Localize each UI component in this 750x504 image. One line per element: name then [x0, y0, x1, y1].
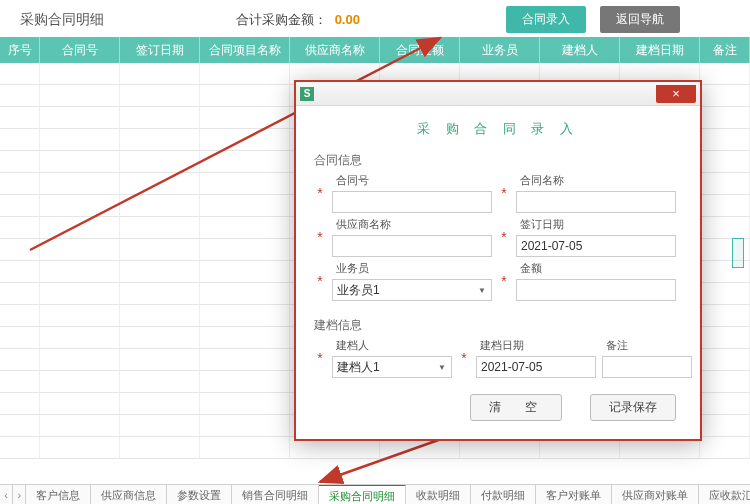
table-cell[interactable]: [120, 107, 200, 129]
table-cell[interactable]: [40, 85, 120, 107]
table-cell[interactable]: [0, 415, 40, 437]
sheet-tab[interactable]: 供应商对账单: [612, 485, 699, 504]
table-cell[interactable]: [40, 327, 120, 349]
table-cell[interactable]: [200, 63, 290, 85]
table-cell[interactable]: [0, 173, 40, 195]
table-cell[interactable]: [40, 349, 120, 371]
sheet-tab[interactable]: 采购合同明细: [319, 485, 406, 504]
table-cell[interactable]: [0, 349, 40, 371]
table-cell[interactable]: [700, 217, 750, 239]
table-cell[interactable]: [0, 63, 40, 85]
table-cell[interactable]: [120, 261, 200, 283]
table-cell[interactable]: [200, 195, 290, 217]
table-cell[interactable]: [120, 437, 200, 459]
sheet-tab[interactable]: 参数设置: [167, 485, 232, 504]
input-contract-no[interactable]: [332, 191, 492, 213]
table-cell[interactable]: [40, 415, 120, 437]
table-cell[interactable]: [0, 129, 40, 151]
table-cell[interactable]: [700, 107, 750, 129]
table-cell[interactable]: [120, 63, 200, 85]
table-cell[interactable]: [200, 415, 290, 437]
table-cell[interactable]: [40, 63, 120, 85]
table-cell[interactable]: [0, 107, 40, 129]
table-cell[interactable]: [0, 151, 40, 173]
table-cell[interactable]: [40, 371, 120, 393]
table-cell[interactable]: [200, 217, 290, 239]
table-cell[interactable]: [700, 327, 750, 349]
select-filer[interactable]: [332, 356, 452, 378]
table-cell[interactable]: [0, 393, 40, 415]
table-cell[interactable]: [40, 195, 120, 217]
table-cell[interactable]: [700, 437, 750, 459]
table-cell[interactable]: [200, 327, 290, 349]
table-cell[interactable]: [120, 195, 200, 217]
table-cell[interactable]: [40, 129, 120, 151]
table-cell[interactable]: [0, 437, 40, 459]
table-cell[interactable]: [40, 305, 120, 327]
table-cell[interactable]: [700, 151, 750, 173]
contract-entry-button[interactable]: 合同录入: [506, 6, 586, 33]
table-cell[interactable]: [700, 173, 750, 195]
table-cell[interactable]: [700, 129, 750, 151]
dialog-titlebar[interactable]: S ×: [296, 82, 700, 106]
table-cell[interactable]: [120, 393, 200, 415]
table-cell[interactable]: [40, 261, 120, 283]
table-cell[interactable]: [700, 393, 750, 415]
table-cell[interactable]: [0, 283, 40, 305]
input-sign-date[interactable]: [516, 235, 676, 257]
sheet-tab[interactable]: 收款明细: [406, 485, 471, 504]
table-cell[interactable]: [0, 327, 40, 349]
table-cell[interactable]: [0, 195, 40, 217]
table-cell[interactable]: [700, 85, 750, 107]
tab-nav-prev[interactable]: ‹: [0, 485, 13, 504]
table-cell[interactable]: [40, 393, 120, 415]
table-cell[interactable]: [200, 349, 290, 371]
table-cell[interactable]: [120, 239, 200, 261]
table-cell[interactable]: [200, 85, 290, 107]
back-nav-button[interactable]: 返回导航: [600, 6, 680, 33]
table-cell[interactable]: [0, 85, 40, 107]
table-cell[interactable]: [700, 349, 750, 371]
table-cell[interactable]: [40, 151, 120, 173]
close-icon[interactable]: ×: [656, 85, 696, 103]
input-amount[interactable]: [516, 279, 676, 301]
sheet-tab[interactable]: 销售合同明细: [232, 485, 319, 504]
table-cell[interactable]: [120, 305, 200, 327]
table-cell[interactable]: [40, 239, 120, 261]
table-cell[interactable]: [120, 173, 200, 195]
save-button[interactable]: 记录保存: [590, 394, 676, 421]
table-cell[interactable]: [700, 63, 750, 85]
table-cell[interactable]: [200, 261, 290, 283]
input-supplier[interactable]: [332, 235, 492, 257]
sheet-tab[interactable]: 客户信息: [26, 485, 91, 504]
table-cell[interactable]: [120, 349, 200, 371]
input-file-date[interactable]: [476, 356, 596, 378]
table-cell[interactable]: [700, 371, 750, 393]
table-cell[interactable]: [40, 283, 120, 305]
table-cell[interactable]: [0, 217, 40, 239]
table-cell[interactable]: [700, 415, 750, 437]
select-agent[interactable]: [332, 279, 492, 301]
input-contract-name[interactable]: [516, 191, 676, 213]
table-cell[interactable]: [120, 217, 200, 239]
table-cell[interactable]: [120, 283, 200, 305]
table-cell[interactable]: [120, 129, 200, 151]
table-cell[interactable]: [200, 371, 290, 393]
table-cell[interactable]: [40, 437, 120, 459]
sheet-tab[interactable]: 应收款汇总: [699, 485, 750, 504]
table-cell[interactable]: [40, 107, 120, 129]
table-cell[interactable]: [0, 305, 40, 327]
table-cell[interactable]: [120, 371, 200, 393]
table-cell[interactable]: [0, 371, 40, 393]
sheet-tab[interactable]: 客户对账单: [536, 485, 612, 504]
table-cell[interactable]: [200, 283, 290, 305]
table-cell[interactable]: [700, 195, 750, 217]
table-cell[interactable]: [200, 173, 290, 195]
table-cell[interactable]: [200, 151, 290, 173]
table-cell[interactable]: [120, 85, 200, 107]
table-cell[interactable]: [200, 107, 290, 129]
table-cell[interactable]: [0, 239, 40, 261]
table-cell[interactable]: [700, 283, 750, 305]
table-cell[interactable]: [200, 305, 290, 327]
table-cell[interactable]: [200, 437, 290, 459]
